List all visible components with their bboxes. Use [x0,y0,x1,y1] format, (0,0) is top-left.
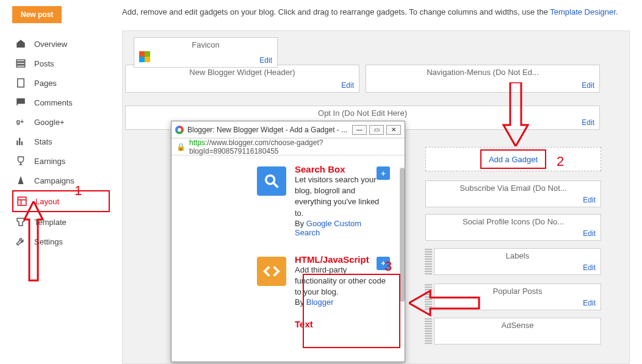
nav-campaigns[interactable]: Campaigns [12,171,110,190]
annotation-number: 1 [74,183,82,199]
svg-rect-0 [16,60,25,62]
edit-link[interactable]: Edit [583,263,596,272]
edit-link[interactable]: Edit [582,118,594,127]
drag-grip-icon[interactable] [425,318,432,345]
maximize-button[interactable]: ▭ [369,125,384,135]
comments-icon [15,96,27,109]
lock-icon: 🔒 [176,143,186,151]
svg-text:g+: g+ [16,118,24,125]
gadget-social[interactable]: Social Profile Icons (Do No...Edit [425,214,601,241]
edit-link[interactable]: Edit [582,81,594,90]
gadget-nav-menus[interactable]: Navigation-Menus (Do Not Ed... Edit [366,65,600,93]
gadget-option-search[interactable]: Search Box Let visitors search your blog… [171,155,405,246]
close-button[interactable]: ✕ [386,125,401,135]
annotation-box [303,274,400,348]
edit-link[interactable]: Edit [341,81,354,90]
pages-icon [15,77,27,89]
intro-text: Add, remove and edit gadgets on your blo… [122,7,630,16]
address-bar[interactable]: 🔒 https://www.blogger.com/choose-gadget?… [171,138,405,155]
svg-line-9 [274,184,278,188]
new-post-button[interactable]: New post [12,6,62,23]
nav-stats[interactable]: Stats [12,132,110,151]
arrow-left-icon [409,288,482,318]
template-designer-link[interactable]: Template Designer [550,7,616,16]
gplus-icon: g+ [15,116,27,128]
annotation-number: 2 [557,154,564,170]
add-button[interactable]: + [377,166,390,180]
gadget-adsense[interactable]: AdSense [434,318,601,344]
arrow-up-icon [21,201,46,293]
svg-rect-2 [16,65,25,67]
edit-link[interactable]: Edit [583,196,596,204]
code-icon [257,257,286,286]
nav-comments[interactable]: Comments [12,93,110,112]
edit-link[interactable]: Edit [259,56,272,65]
nav-overview[interactable]: Overview [12,34,110,54]
campaigns-icon [15,174,27,187]
drag-grip-icon[interactable] [425,249,432,276]
favicon-icon [139,51,150,62]
nav-earnings[interactable]: Earnings [12,151,110,171]
gadget-favicon[interactable]: Favicon Edit [134,37,278,68]
trophy-icon [15,155,27,167]
search-icon [257,166,286,196]
stats-icon [15,135,27,148]
chrome-icon [175,126,184,134]
gadget-header[interactable]: New Blogger Widget (Header) Edit [125,65,359,93]
edit-link[interactable]: Edit [583,299,596,307]
arrow-down-icon [500,82,531,146]
gadget-subscribe[interactable]: Subscribe Via Email (Do Not...Edit [425,180,601,207]
nav-posts[interactable]: Posts [12,54,110,73]
popup-titlebar[interactable]: Blogger: New Blogger Widget - Add a Gadg… [171,121,405,138]
nav-gplus[interactable]: g+Google+ [12,112,110,132]
gadget-labels[interactable]: LabelsEdit [434,248,601,275]
annotation-box [480,149,546,169]
posts-icon [15,57,27,70]
svg-rect-3 [18,79,24,87]
nav-pages[interactable]: Pages [12,73,110,93]
svg-rect-1 [16,63,25,65]
svg-point-8 [266,176,275,184]
annotation-number: 3 [384,259,392,274]
window-controls: — ▭ ✕ [352,125,401,135]
home-icon [15,38,27,50]
minimize-button[interactable]: — [352,125,367,135]
edit-link[interactable]: Edit [583,229,596,238]
